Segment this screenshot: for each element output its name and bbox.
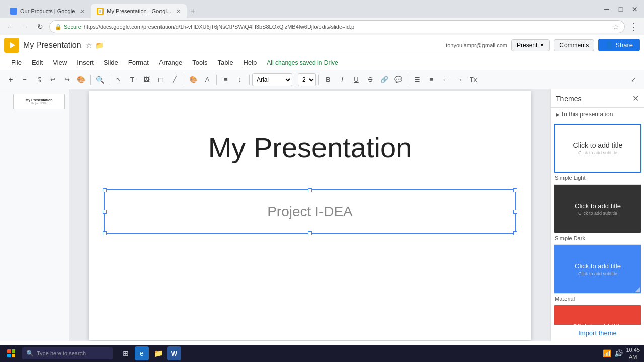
menu-view[interactable]: View: [48, 57, 72, 68]
present-button[interactable]: Present ▼: [511, 39, 550, 51]
address-bar-row: ← → ↻ 🔒 Secure https://docs.google.com/p…: [0, 18, 644, 35]
minimize-button[interactable]: ─: [602, 4, 612, 14]
file-explorer-app[interactable]: 📁: [151, 346, 165, 360]
import-theme-button[interactable]: Import theme: [551, 325, 644, 341]
slide-subtitle-text[interactable]: Project I-DEA: [267, 204, 353, 220]
themes-close-icon[interactable]: ✕: [632, 94, 639, 103]
taskbar-apps: ⊞ e 📁 W: [119, 346, 181, 360]
text-button[interactable]: T: [126, 73, 139, 86]
menu-help[interactable]: Help: [238, 57, 262, 68]
saved-status: All changes saved in Drive: [267, 59, 338, 66]
print-button[interactable]: 🖨: [32, 73, 45, 86]
bold-button[interactable]: B: [321, 73, 335, 86]
resize-handle-tr[interactable]: [513, 188, 517, 192]
maximize-button[interactable]: □: [616, 4, 626, 14]
resize-handle-br[interactable]: [513, 231, 517, 235]
menu-file[interactable]: File: [6, 57, 27, 68]
theme-item-simple-dark[interactable]: Click to add title Click to add subtitle…: [554, 184, 641, 241]
start-button[interactable]: [4, 346, 18, 360]
slide-canvas[interactable]: My Presentation Project I-DEA: [89, 91, 531, 340]
folder-icon[interactable]: 📁: [95, 41, 104, 49]
tab-our-products[interactable]: Our Products | Google ✕: [4, 4, 91, 18]
taskbar-search[interactable]: 🔍 Type here to search: [22, 347, 113, 359]
resize-handle-bl[interactable]: [103, 231, 107, 235]
align-button[interactable]: ≡: [219, 73, 232, 86]
browser-chrome: Our Products | Google ✕ My Presentation …: [0, 0, 644, 18]
shapes-button[interactable]: ◻: [154, 73, 167, 86]
resize-handle-ml[interactable]: [103, 210, 107, 214]
italic-button[interactable]: I: [336, 73, 349, 86]
line-button[interactable]: ╱: [168, 73, 181, 86]
list-button[interactable]: ≡: [425, 73, 438, 86]
customize-button[interactable]: ⋮: [628, 21, 640, 33]
theme-item-simple-light[interactable]: Click to add title Click to add subtitle…: [554, 124, 641, 181]
canvas-area: My Presentation Project I-DEA: [69, 89, 550, 341]
share-button[interactable]: 👤 Share: [598, 39, 640, 51]
indent-more-button[interactable]: →: [453, 73, 466, 86]
tab-close-2[interactable]: ✕: [176, 8, 181, 15]
link-button[interactable]: 🔗: [378, 73, 391, 86]
secure-label: Secure: [64, 24, 82, 30]
redo-button[interactable]: ↪: [60, 73, 73, 86]
line-spacing-button[interactable]: ↕: [233, 73, 247, 86]
font-family-select[interactable]: Arial: [252, 73, 292, 86]
doc-title[interactable]: My Presentation: [23, 41, 82, 50]
slide-title[interactable]: My Presentation: [111, 131, 509, 164]
back-button[interactable]: ←: [4, 21, 16, 33]
theme-label-material: Material: [554, 296, 641, 302]
indent-less-button[interactable]: ←: [439, 73, 452, 86]
network-icon[interactable]: 📶: [603, 349, 611, 357]
bg-color-button[interactable]: 🎨: [187, 73, 200, 86]
zoom-remove-button[interactable]: −: [18, 73, 31, 86]
menu-tools[interactable]: Tools: [187, 57, 212, 68]
sound-icon[interactable]: 🔊: [614, 349, 623, 357]
theme-item-swiss[interactable]: Click to add title Click to add subtitle…: [554, 305, 641, 325]
font-size-select[interactable]: 26: [298, 73, 316, 86]
theme-title-swiss: Click to add title: [573, 323, 623, 325]
tab-favicon-google: [10, 8, 17, 15]
resize-handle-tl[interactable]: [103, 188, 107, 192]
toolbar-separator-6: [295, 75, 295, 85]
menu-table[interactable]: Table: [213, 57, 238, 68]
menu-slide[interactable]: Slide: [99, 57, 123, 68]
tab-presentation[interactable]: My Presentation - Googl... ✕: [91, 4, 187, 18]
reload-button[interactable]: ↻: [34, 21, 46, 33]
bookmark-icon[interactable]: ☆: [613, 23, 619, 31]
theme-title-simple-dark: Click to add title: [575, 202, 621, 210]
comments-button[interactable]: Comments: [554, 39, 594, 51]
zoom-add-button[interactable]: +: [4, 73, 17, 86]
underline-button[interactable]: U: [350, 73, 363, 86]
edge-browser-app[interactable]: e: [135, 346, 149, 360]
menu-format[interactable]: Format: [123, 57, 154, 68]
taskview-button[interactable]: ⊞: [119, 346, 133, 360]
address-bar[interactable]: 🔒 Secure https://docs.google.com/present…: [49, 20, 625, 33]
expand-button[interactable]: ⤢: [627, 73, 640, 86]
text-align-button[interactable]: ☰: [411, 73, 424, 86]
menu-arrange[interactable]: Arrange: [154, 57, 187, 68]
menu-edit[interactable]: Edit: [27, 57, 48, 68]
slide-subtitle-box[interactable]: Project I-DEA: [104, 189, 516, 234]
select-button[interactable]: ↖: [112, 73, 125, 86]
menu-insert[interactable]: Insert: [72, 57, 99, 68]
theme-item-material[interactable]: Click to add title Click to add subtitle…: [554, 244, 641, 302]
present-dropdown-icon[interactable]: ▼: [539, 42, 544, 48]
text-color-button[interactable]: A: [201, 73, 214, 86]
image-button[interactable]: 🖼: [140, 73, 153, 86]
comment-inline-button[interactable]: 💬: [392, 73, 405, 86]
new-tab-button[interactable]: +: [187, 4, 199, 18]
resize-handle-tc[interactable]: [308, 188, 312, 192]
slide-thumbnail[interactable]: My Presentation Project I-DEA: [13, 94, 65, 109]
word-app[interactable]: W: [167, 346, 181, 360]
forward-button[interactable]: →: [19, 21, 31, 33]
tab-close-1[interactable]: ✕: [80, 8, 85, 15]
close-button[interactable]: ✕: [630, 4, 640, 14]
star-title-icon[interactable]: ☆: [86, 41, 92, 49]
strikethrough-button[interactable]: S: [364, 73, 377, 86]
resize-handle-bc[interactable]: [308, 231, 312, 235]
clear-format-button[interactable]: Tx: [467, 73, 480, 86]
paint-format-button[interactable]: 🎨: [74, 73, 88, 86]
title-icons: ☆ 📁: [86, 41, 104, 49]
zoom-button[interactable]: 🔍: [93, 73, 106, 86]
undo-button[interactable]: ↩: [46, 73, 59, 86]
resize-handle-mr[interactable]: [513, 210, 517, 214]
